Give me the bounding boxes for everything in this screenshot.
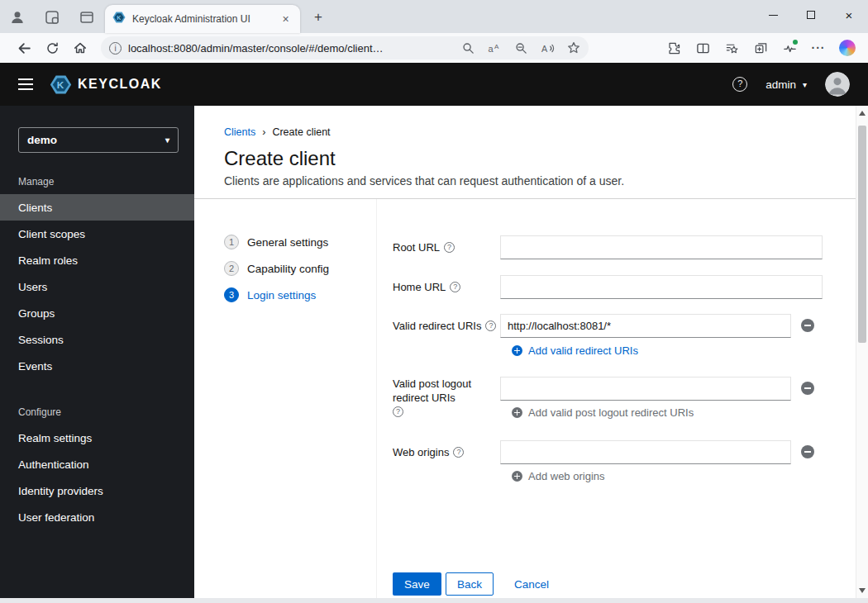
sidebar-item-realm-roles[interactable]: Realm roles (0, 247, 194, 273)
copilot-icon[interactable] (837, 37, 858, 59)
tab-title: Keycloak Administration UI (132, 13, 272, 25)
web-origins-label-text: Web origins (393, 445, 449, 459)
scrollbar[interactable] (856, 106, 868, 598)
translate-icon[interactable]: aA (484, 38, 504, 58)
keycloak-masthead: K KEYCLOAK ? admin ▾ (0, 63, 868, 106)
valid-post-logout-redirect-uris-input[interactable] (500, 377, 791, 401)
browser-essentials-icon[interactable] (779, 37, 800, 59)
sidebar-item-users[interactable]: Users (0, 273, 194, 300)
wizard-steps-nav: 1 General settings 2 Capability config 3… (224, 229, 373, 308)
tab-close-icon[interactable]: × (279, 12, 293, 26)
user-dropdown[interactable]: admin ▾ (765, 78, 807, 91)
post-logout-label-text: Valid post logout redirect URIs (393, 377, 502, 405)
keycloak-logo-mark: K (50, 74, 72, 96)
browser-window: K Keycloak Administration UI × + × i loc… (0, 0, 868, 603)
sidebar-item-client-scopes[interactable]: Client scopes (0, 221, 194, 247)
collections-icon[interactable] (750, 37, 771, 59)
favorites-hub-icon[interactable] (721, 37, 742, 59)
hamburger-menu-icon[interactable] (18, 78, 33, 90)
step-2-circle: 2 (224, 261, 239, 276)
sidebar-item-clients[interactable]: Clients (0, 194, 194, 221)
root-url-help-icon[interactable]: ? (444, 242, 455, 253)
step-1-label: General settings (247, 236, 328, 249)
tab-actions-icon[interactable] (77, 7, 97, 27)
help-icon[interactable]: ? (732, 77, 747, 92)
section-title-manage: Manage (0, 176, 194, 188)
address-bar[interactable]: i localhost:8080/admin/master/console/#/… (101, 36, 589, 59)
plus-circle-icon (512, 471, 522, 482)
wizard-nav-divider (376, 199, 377, 598)
post-logout-help-icon[interactable]: ? (393, 406, 403, 417)
maximize-button[interactable] (792, 0, 830, 30)
window-controls: × (754, 0, 868, 30)
scrollbar-thumb[interactable] (858, 126, 866, 343)
essentials-status-dot (793, 40, 798, 45)
minimize-button[interactable] (754, 0, 792, 30)
realm-name: demo (27, 134, 57, 146)
favorites-star-icon[interactable] (564, 38, 584, 58)
workspaces-icon[interactable] (42, 7, 62, 27)
avatar[interactable] (825, 72, 850, 97)
browser-profile-icon[interactable] (7, 7, 27, 27)
home-url-help-icon[interactable]: ? (450, 282, 460, 292)
svg-text:A: A (494, 43, 499, 50)
root-url-input[interactable] (500, 235, 823, 259)
refresh-button[interactable] (38, 36, 66, 60)
home-url-label-text: Home URL (393, 280, 446, 294)
valid-redirect-uris-label-text: Valid redirect URIs (393, 319, 481, 333)
sidebar-item-realm-settings[interactable]: Realm settings (0, 425, 194, 451)
plus-circle-icon (512, 345, 522, 356)
cancel-button[interactable]: Cancel (511, 572, 552, 596)
valid-redirect-uris-input[interactable] (500, 314, 791, 338)
wizard-step-capability-config[interactable]: 2 Capability config (224, 255, 373, 282)
settings-more-icon[interactable]: ··· (808, 37, 829, 59)
breadcrumb-separator: › (262, 126, 265, 138)
sidebar-item-identity-providers[interactable]: Identity providers (0, 477, 194, 504)
add-post-logout-redirect-uris-link[interactable]: Add valid post logout redirect URIs (512, 406, 694, 420)
sidebar-item-authentication[interactable]: Authentication (0, 451, 194, 477)
read-aloud-icon[interactable]: A (537, 38, 557, 58)
valid-redirect-uris-help-icon[interactable]: ? (485, 320, 496, 331)
add-valid-redirect-uris-link[interactable]: Add valid redirect URIs (512, 344, 638, 358)
step-1-circle: 1 (224, 235, 239, 249)
sidebar-item-groups[interactable]: Groups (0, 300, 194, 326)
add-web-origins-link[interactable]: Add web origins (512, 469, 605, 483)
realm-selector[interactable]: demo ▾ (18, 127, 179, 153)
back-button-form[interactable]: Back (446, 572, 494, 596)
breadcrumb-current: Create client (272, 126, 330, 138)
home-button[interactable] (66, 36, 94, 60)
plus-circle-icon (512, 407, 522, 418)
remove-post-logout-uri-button[interactable] (801, 382, 814, 395)
remove-web-origin-button[interactable] (801, 445, 814, 458)
search-sidebar-icon[interactable] (458, 38, 478, 58)
svg-text:A: A (541, 43, 548, 53)
wizard-step-login-settings[interactable]: 3 Login settings (224, 282, 373, 308)
scroll-down-arrow[interactable] (859, 588, 866, 593)
home-url-input[interactable] (500, 275, 823, 299)
web-origins-help-icon[interactable]: ? (453, 447, 464, 458)
wizard-step-general-settings[interactable]: 1 General settings (224, 229, 373, 255)
breadcrumb-clients-link[interactable]: Clients (224, 126, 255, 138)
site-info-icon[interactable]: i (109, 42, 122, 55)
save-button[interactable]: Save (393, 572, 441, 596)
browser-tab[interactable]: K Keycloak Administration UI × (105, 5, 300, 33)
sidebar-item-events[interactable]: Events (0, 353, 194, 379)
field-label-home-url: Home URL ? (393, 275, 502, 298)
new-tab-button[interactable]: + (309, 8, 327, 26)
keycloak-logo[interactable]: K KEYCLOAK (50, 74, 162, 96)
scroll-up-arrow[interactable] (859, 111, 866, 116)
sidebar-item-sessions[interactable]: Sessions (0, 326, 194, 353)
step-3-label: Login settings (247, 289, 316, 302)
add-web-origins-label: Add web origins (528, 470, 605, 482)
remove-redirect-uri-button[interactable] (801, 319, 814, 332)
close-button[interactable]: × (830, 0, 868, 30)
extensions-icon[interactable] (663, 37, 684, 59)
back-button[interactable] (10, 36, 38, 60)
web-origins-input[interactable] (500, 440, 791, 464)
step-2-label: Capability config (247, 263, 329, 275)
header-divider (194, 198, 856, 199)
add-valid-redirect-uris-label: Add valid redirect URIs (528, 344, 638, 357)
zoom-icon[interactable] (511, 38, 531, 58)
sidebar-item-user-federation[interactable]: User federation (0, 504, 194, 530)
split-screen-icon[interactable] (692, 37, 713, 59)
